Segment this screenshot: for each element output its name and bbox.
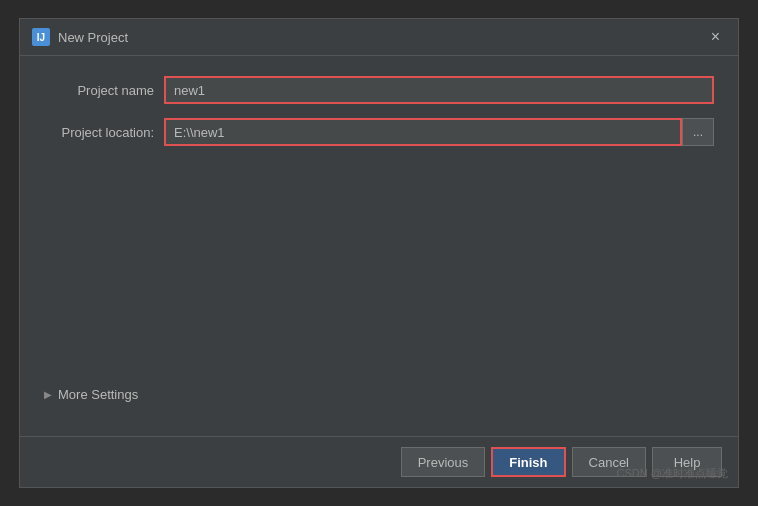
new-project-dialog: IJ New Project × Project name Project lo…: [19, 18, 739, 488]
more-settings-arrow: ▶: [44, 389, 52, 400]
project-location-input[interactable]: [164, 118, 682, 146]
spacer: [44, 160, 714, 381]
title-bar-left: IJ New Project: [32, 28, 128, 46]
previous-button[interactable]: Previous: [401, 447, 486, 477]
dialog-content: Project name Project location: ... ▶ Mor…: [20, 56, 738, 436]
dialog-title: New Project: [58, 30, 128, 45]
finish-button[interactable]: Finish: [491, 447, 565, 477]
title-bar: IJ New Project ×: [20, 19, 738, 56]
project-location-input-group: ...: [164, 118, 714, 146]
more-settings[interactable]: ▶ More Settings: [44, 381, 714, 408]
close-button[interactable]: ×: [705, 27, 726, 47]
app-icon: IJ: [32, 28, 50, 46]
project-name-row: Project name: [44, 76, 714, 104]
project-location-row: Project location: ...: [44, 118, 714, 146]
more-settings-label: More Settings: [58, 387, 138, 402]
browse-button[interactable]: ...: [682, 118, 714, 146]
watermark: CSDN @准时准点睡觉: [617, 466, 728, 481]
project-name-input[interactable]: [164, 76, 714, 104]
project-name-label: Project name: [44, 83, 164, 98]
project-location-label: Project location:: [44, 125, 164, 140]
